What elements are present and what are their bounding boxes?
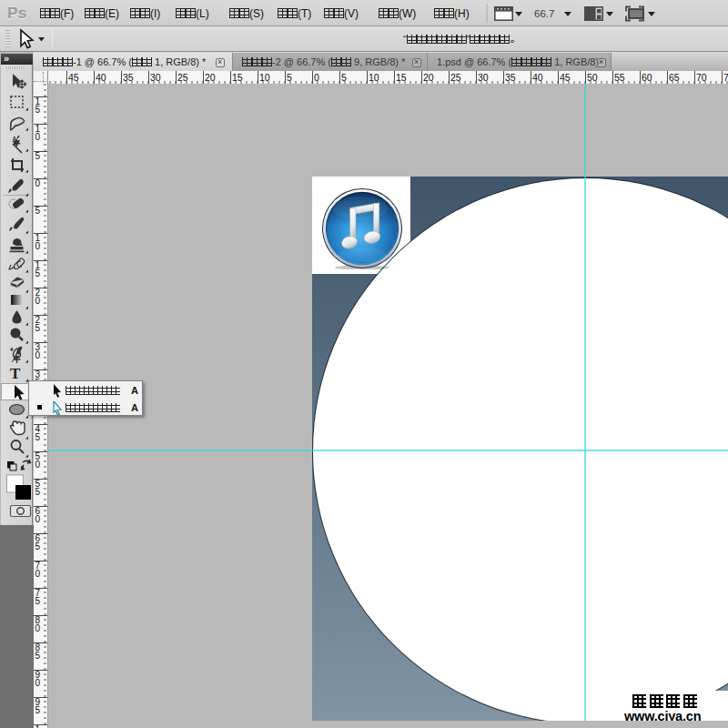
svg-text:T: T	[10, 365, 21, 382]
svg-text:66.7: 66.7	[534, 8, 554, 19]
